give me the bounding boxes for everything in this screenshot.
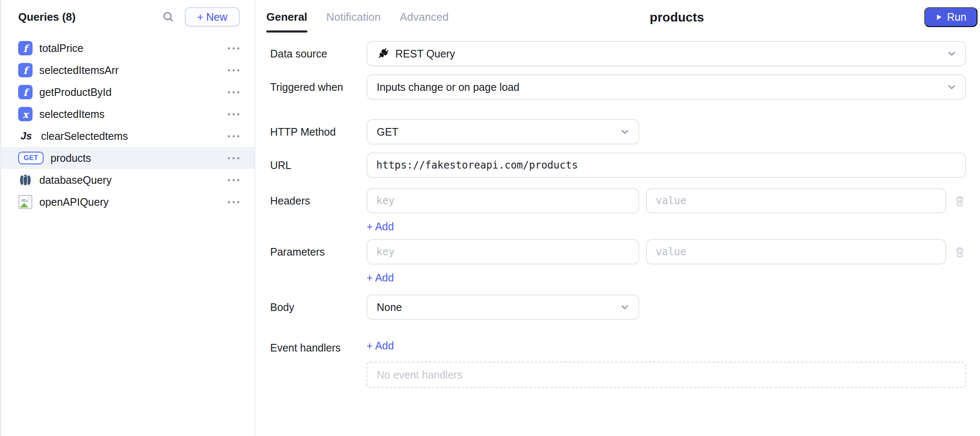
http-method-row: HTTP Method GET xyxy=(270,119,966,144)
parameters-row: Parameters xyxy=(270,239,966,284)
tab-advanced[interactable]: Advanced xyxy=(400,11,449,24)
query-list-item-getProductById[interactable]: f getProductById xyxy=(1,81,255,103)
sidebar-header: Queries (8) + New xyxy=(1,0,255,34)
query-icon-slot: GET xyxy=(18,152,44,164)
event-handlers-empty-text: No event handlers xyxy=(377,369,463,381)
new-query-button[interactable]: + New xyxy=(185,7,240,27)
url-label: URL xyxy=(270,153,367,178)
query-menu-button[interactable] xyxy=(228,179,239,181)
event-handlers-empty-state: No event handlers xyxy=(367,362,966,388)
chevron-down-icon xyxy=(619,301,631,313)
javascript-icon: Js xyxy=(18,129,34,143)
http-method-label: HTTP Method xyxy=(270,119,367,144)
header-value-input[interactable] xyxy=(646,188,946,213)
query-menu-button[interactable] xyxy=(228,135,239,137)
queries-sidebar: Queries (8) + New f totalPrice f selecte… xyxy=(0,0,255,436)
url-input[interactable] xyxy=(367,153,966,178)
page-title: products xyxy=(650,10,704,25)
add-event-handler-link[interactable]: + Add xyxy=(367,339,394,352)
postgresql-icon xyxy=(18,173,33,187)
query-icon-slot xyxy=(18,195,33,209)
run-button-label: Run xyxy=(947,11,966,23)
query-icon-slot: f xyxy=(18,63,33,77)
add-header-link[interactable]: + Add xyxy=(367,220,394,233)
trash-icon[interactable] xyxy=(953,245,966,258)
function-f-icon: f xyxy=(18,41,33,55)
query-menu-button[interactable] xyxy=(228,201,239,203)
body-row: Body None xyxy=(270,294,966,320)
run-button[interactable]: Run xyxy=(924,7,977,27)
query-name: products xyxy=(50,152,91,164)
query-list-item-databaseQuery[interactable]: databaseQuery xyxy=(1,169,255,191)
triggered-when-row: Triggered when Inputs change or on page … xyxy=(270,74,966,100)
queries-title: Queries (8) xyxy=(18,11,76,24)
query-name: getProductById xyxy=(39,86,112,98)
query-list-item-selectedItems[interactable]: x selectedItems xyxy=(1,103,255,125)
query-list: f totalPrice f selectedItemsArr f getPro… xyxy=(1,34,255,213)
data-source-select[interactable]: REST Query xyxy=(367,41,966,66)
parameters-label: Parameters xyxy=(270,239,367,264)
query-menu-button[interactable] xyxy=(228,91,239,93)
query-list-item-selectedItemsArr[interactable]: f selectedItemsArr xyxy=(1,59,255,81)
triggered-when-label: Triggered when xyxy=(270,74,367,100)
add-parameter-link[interactable]: + Add xyxy=(367,271,394,284)
event-handlers-label: Event handlers xyxy=(270,339,367,356)
event-handlers-row: Event handlers + Add No event handlers xyxy=(270,339,966,388)
get-method-badge: GET xyxy=(18,152,44,164)
http-method-select[interactable]: GET xyxy=(367,119,639,144)
tab-notification-label: Notification xyxy=(326,11,381,23)
trash-icon[interactable] xyxy=(953,194,966,207)
query-icon-slot: x xyxy=(18,107,33,121)
query-menu-button[interactable] xyxy=(228,47,239,49)
query-list-item-clearSelectedtems[interactable]: Js clearSelectedtems xyxy=(1,125,255,147)
parameter-value-input[interactable] xyxy=(646,239,946,264)
query-list-item-openAPIQuery[interactable]: openAPIQuery xyxy=(1,191,255,213)
query-menu-button[interactable] xyxy=(228,157,239,159)
url-row: URL xyxy=(270,153,966,178)
transformer-x-icon: x xyxy=(18,107,33,121)
query-name: databaseQuery xyxy=(39,174,112,186)
parameter-key-input[interactable] xyxy=(367,239,639,264)
header-key-input[interactable] xyxy=(367,188,639,213)
tabs: General Notification Advanced xyxy=(256,0,980,34)
query-name: totalPrice xyxy=(39,42,83,54)
query-detail-header: General Notification Advanced products R… xyxy=(256,0,980,35)
data-source-row: Data source REST Query xyxy=(270,41,966,66)
image-placeholder-icon xyxy=(18,195,33,209)
query-name: openAPIQuery xyxy=(39,196,109,208)
data-source-label: Data source xyxy=(270,41,367,66)
query-menu-button[interactable] xyxy=(228,69,239,71)
tab-notification[interactable]: Notification xyxy=(326,11,381,24)
query-list-item-totalPrice[interactable]: f totalPrice xyxy=(1,37,255,59)
body-value: None xyxy=(377,301,402,313)
query-list-item-products[interactable]: GET products xyxy=(1,147,255,169)
search-icon[interactable] xyxy=(162,11,175,23)
tab-advanced-label: Advanced xyxy=(400,11,449,23)
query-icon-slot: f xyxy=(18,85,33,99)
headers-row: Headers + xyxy=(270,188,966,233)
triggered-when-select[interactable]: Inputs change or on page load xyxy=(367,74,966,100)
chevron-down-icon xyxy=(619,126,631,138)
tab-general-label: General xyxy=(266,11,307,23)
chevron-down-icon xyxy=(946,48,958,60)
plug-icon xyxy=(377,47,389,60)
play-icon xyxy=(935,14,942,21)
data-source-value: REST Query xyxy=(395,48,455,60)
query-icon-slot: Js xyxy=(18,129,34,143)
headers-label: Headers xyxy=(270,188,367,213)
query-editor-app: Queries (8) + New f totalPrice f selecte… xyxy=(0,0,980,436)
query-name: selectedItemsArr xyxy=(39,64,119,76)
tab-general[interactable]: General xyxy=(266,11,307,24)
chevron-down-icon xyxy=(946,81,958,93)
function-f-icon: f xyxy=(18,85,33,99)
query-menu-button[interactable] xyxy=(228,113,239,115)
query-name: selectedItems xyxy=(39,108,104,120)
body-label: Body xyxy=(270,294,367,320)
query-icon-slot xyxy=(18,173,33,187)
query-form: Data source REST Query xyxy=(256,35,980,388)
query-detail-panel: General Notification Advanced products R… xyxy=(256,0,980,436)
triggered-when-value: Inputs change or on page load xyxy=(377,81,520,93)
query-icon-slot: f xyxy=(18,41,33,55)
function-f-icon: f xyxy=(18,63,33,77)
body-select[interactable]: None xyxy=(367,294,639,320)
